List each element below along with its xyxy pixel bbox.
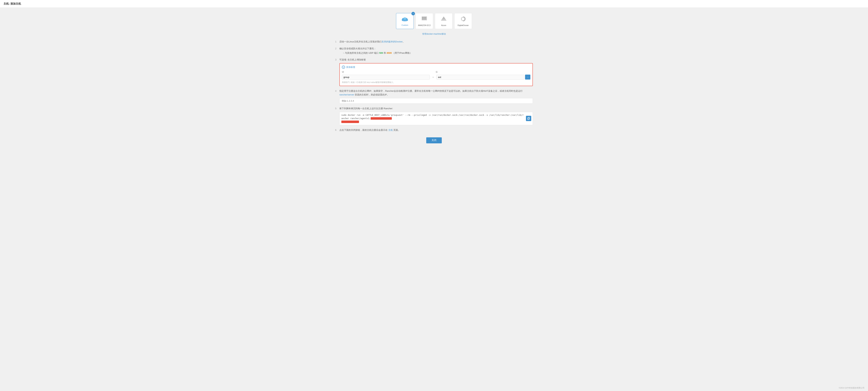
tag-equals: = [431,76,436,79]
svg-rect-9 [424,17,425,18]
tag-hint: 高级技巧: 粘贴一行或多行的 key=value键值对能够批量输入。 [342,81,530,84]
svg-rect-11 [422,18,423,20]
step-3-number: 3 [335,58,339,61]
command-text: sudo docker run -e CATTLE_HOST_LABELS='g… [341,114,524,120]
svg-point-3 [403,17,406,20]
close-section: 关闭 [335,137,533,143]
provider-azure-label: Azure [441,24,446,26]
provider-custom-label: Custom [402,24,408,26]
svg-rect-19 [528,118,529,120]
step-2-text: 确认安全组或防火墙允许以下通讯： 与其他所有主机之间的 UDP 端口 500 和… [339,47,533,55]
svg-rect-8 [422,17,423,18]
step-3: 3 可选项: 在主机上增加标签 + 添加标签 键 值 [335,58,533,86]
provider-azure[interactable]: Azure [435,13,453,29]
copy-button[interactable] [526,116,531,121]
tag-row: = → [342,75,530,80]
step-6-content: 点击下面的关闭按钮，新的主机注册后会显示在 主机 页面。 [339,128,533,132]
step-5-number: 5 [335,107,339,110]
close-button[interactable]: 关闭 [426,137,442,143]
step-4-content: 指定用于注册这台主机的公网IP。如果留空，Rancher会自动检测IP注册。通常… [339,89,533,104]
host-page-link[interactable]: 主机 [388,129,393,131]
command-redacted-1 [371,117,392,120]
command-box: sudo docker run -e CATTLE_HOST_LABELS='g… [339,112,533,125]
tag-arrow-button[interactable]: → [525,75,530,80]
page-content: ✓ Custom [328,8,540,149]
provider-digitalocean[interactable]: DigitalOcean [454,13,472,29]
step-3-content: 可选项: 在主机上增加标签 + 添加标签 键 值 = [339,58,533,86]
provider-amazon-ec2-label: AMAZON EC2 [418,24,431,26]
add-tag-button[interactable]: + 添加标签 [342,65,530,69]
manage-link-container: 管理docker-machine驱动 [335,32,533,35]
svg-rect-10 [425,17,426,18]
step-1-content: 启动一台Linux主机并在主机上安装好我们支持的版本的Docker。 [339,40,533,44]
step-1-number: 1 [335,40,339,43]
manage-docker-machine-link[interactable]: 管理docker-machine驱动 [422,33,446,35]
step-4: 4 指定用于注册这台主机的公网IP。如果留空，Rancher会自动检测IP注册。… [335,89,533,104]
svg-point-18 [462,18,465,20]
svg-rect-13 [425,18,426,20]
step-2-number: 2 [335,47,339,50]
ip-input[interactable] [339,98,533,104]
tag-table-header: 键 值 [342,71,530,74]
custom-cloud-icon [401,16,408,23]
step-3-text: 可选项: 在主机上增加标签 [339,58,533,62]
tag-value-input[interactable] [436,75,524,80]
step-6-text: 点击下面的关闭按钮，新的主机注册后会显示在 主机 页面。 [339,128,533,132]
step-2: 2 确认安全组或防火墙允许以下通讯： 与其他所有主机之间的 UDP 端口 500… [335,47,533,55]
svg-rect-20 [528,117,530,119]
step-5-content: 将下列脚本拷贝到每一台主机上运行以注册 Rancher: sudo docker… [339,107,533,125]
provider-amazon-ec2[interactable]: AMAZON EC2 [415,13,433,29]
provider-selection: ✓ Custom [335,13,533,29]
step-2-content: 确认安全组或防火墙允许以下通讯： 与其他所有主机之间的 UDP 端口 500 和… [339,47,533,55]
azure-icon [440,16,447,23]
svg-rect-12 [424,18,425,20]
tag-key-header: 键 [342,71,430,74]
step-4-number: 4 [335,89,339,92]
step-5: 5 将下列脚本拷贝到每一台主机上运行以注册 Rancher: sudo dock… [335,107,533,125]
page-header: 主机: 添加主机 [0,0,868,8]
command-redacted-2 [341,120,359,123]
docker-version-link[interactable]: 支持的版本的Docker [381,40,403,43]
provider-digitalocean-label: DigitalOcean [458,24,469,26]
step-6-number: 6 [335,128,339,131]
step-1: 1 启动一台Linux主机并在主机上安装好我们支持的版本的Docker。 [335,40,533,44]
tag-key-input[interactable] [342,75,430,80]
plus-circle-icon: + [342,65,345,69]
tag-box: + 添加标签 键 值 = → 高级技巧: 粘贴 [339,63,533,86]
step-2-bullet: 与其他所有主机之间的 UDP 端口 500 和 4500 （用于IPsec网络） [343,51,533,55]
step-6: 6 点击下面的关闭按钮，新的主机注册后会显示在 主机 页面。 [335,128,533,132]
digitalocean-icon [460,16,467,23]
step-5-text: 将下列脚本拷贝到每一台主机上运行以注册 Rancher: [339,107,533,110]
check-badge: ✓ [411,12,415,16]
step-4-text: 指定用于注册这台主机的公网IP。如果留空，Rancher会自动检测IP注册。通常… [339,89,533,97]
add-tag-label: 添加标签 [346,65,355,69]
provider-custom[interactable]: ✓ Custom [396,13,414,29]
step-1-text: 启动一台Linux主机并在主机上安装好我们支持的版本的Docker。 [339,40,533,44]
tag-value-header: 值 [436,71,524,74]
amazon-ec2-icon [421,16,428,23]
page-title: 主机: 添加主机 [3,2,21,5]
